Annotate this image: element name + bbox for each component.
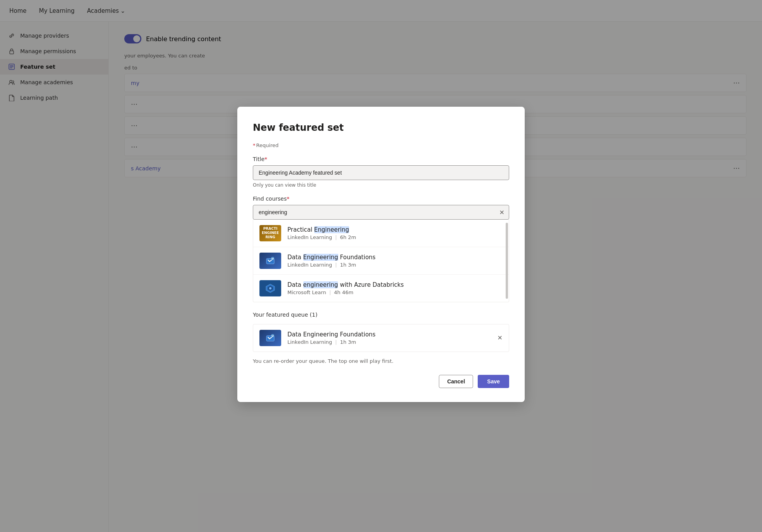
search-input[interactable] <box>253 205 509 220</box>
find-courses-label: Find courses* <box>253 196 509 202</box>
course-result-item[interactable]: Data engineering with Azure Databricks M… <box>253 275 509 302</box>
search-results-list: PRACTI ENGINEE RING Practical Engineerin… <box>253 220 509 302</box>
course-name: Data engineering with Azure Databricks <box>287 281 503 288</box>
course-name: Practical Engineering <box>287 226 503 233</box>
search-container: ✕ <box>253 205 509 220</box>
scrollbar <box>506 223 508 299</box>
modal-footer: Cancel Save <box>253 375 509 388</box>
course-result-item[interactable]: Data Engineering Foundations LinkedIn Le… <box>253 247 509 275</box>
queue-item-name: Data Engineering Foundations <box>287 331 491 338</box>
course-meta: LinkedIn Learning|1h 3m <box>287 262 503 268</box>
title-input[interactable] <box>253 165 509 180</box>
course-info: Data Engineering Foundations LinkedIn Le… <box>287 254 503 268</box>
queue-item-meta: LinkedIn Learning|1h 3m <box>287 339 491 345</box>
queue-label: Your featured queue (1) <box>253 312 509 318</box>
queue-item-thumbnail <box>259 330 281 346</box>
required-note: *Required <box>253 142 509 148</box>
course-result-item[interactable]: PRACTI ENGINEE RING Practical Engineerin… <box>253 220 509 247</box>
new-featured-set-modal: New featured set *Required Title* Only y… <box>237 107 525 402</box>
modal-title: New featured set <box>253 122 509 133</box>
cancel-button[interactable]: Cancel <box>439 375 473 388</box>
course-thumbnail-data-eng <box>259 253 281 269</box>
title-hint: Only you can view this title <box>253 182 509 188</box>
queue-item-info: Data Engineering Foundations LinkedIn Le… <box>287 331 491 345</box>
queue-hint: You can re-order your queue. The top one… <box>253 358 509 364</box>
course-name: Data Engineering Foundations <box>287 254 503 261</box>
queue-remove-button[interactable]: ✕ <box>498 334 503 341</box>
search-clear-icon[interactable]: ✕ <box>499 208 505 216</box>
course-meta: LinkedIn Learning|6h 2m <box>287 234 503 240</box>
course-thumbnail-practical: PRACTI ENGINEE RING <box>259 225 281 241</box>
title-field-label: Title* <box>253 156 509 162</box>
course-meta: Microsoft Learn|4h 46m <box>287 289 503 295</box>
svg-point-7 <box>269 287 271 289</box>
course-info: Practical Engineering LinkedIn Learning|… <box>287 226 503 240</box>
save-button[interactable]: Save <box>478 375 509 388</box>
course-thumbnail-azure <box>259 280 281 296</box>
queue-item: Data Engineering Foundations LinkedIn Le… <box>253 324 509 352</box>
course-info: Data engineering with Azure Databricks M… <box>287 281 503 295</box>
